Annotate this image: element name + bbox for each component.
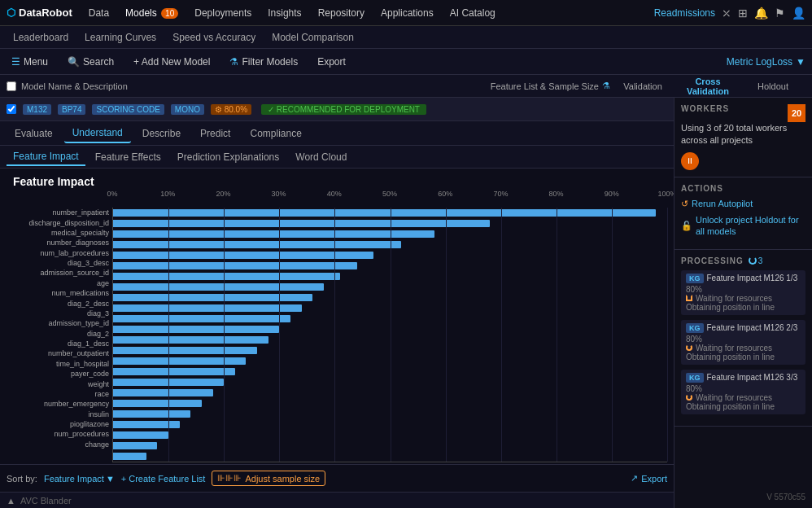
- x-tick-top-7: 70%: [493, 190, 508, 198]
- nav-applications[interactable]: Applications: [374, 4, 440, 22]
- proc-status-3b: Obtaining position in line: [686, 402, 801, 411]
- export-icon: ↗: [631, 473, 638, 484]
- tab-describe[interactable]: Describe: [134, 125, 189, 142]
- tab-compliance[interactable]: Compliance: [242, 125, 309, 142]
- nav-data[interactable]: Data: [82, 4, 116, 22]
- model-badge-scoring: SCORING CODE: [92, 104, 164, 115]
- feature-label-15: time_in_hospital: [7, 359, 112, 369]
- tab-predict[interactable]: Predict: [192, 125, 238, 142]
- x-axis-bottom: 0%10%20%30%40%50%60%70%80%90%100% Effect: [112, 462, 667, 464]
- feature-label-6: admission_source_id: [7, 268, 112, 278]
- feature-label-19: number_emergency: [7, 399, 112, 409]
- grid-line-6: [446, 208, 447, 462]
- toolbar: ☰ Menu 🔍 Search + Add New Model ⚗ Filter…: [0, 49, 812, 75]
- adjust-sample-size-button[interactable]: ⊪⊪⊪ Adjust sample size: [212, 471, 325, 486]
- bar-20: [113, 421, 180, 427]
- bar-17: [113, 389, 213, 396]
- nav-repository[interactable]: Repository: [312, 4, 371, 22]
- x-tick-top-0: 0%: [107, 190, 117, 198]
- bar-12: [113, 336, 268, 343]
- export-button[interactable]: Export: [312, 54, 351, 70]
- x-tick-top-3: 30%: [272, 190, 286, 198]
- metric-selector[interactable]: Metric LogLoss ▼: [727, 56, 805, 68]
- proc-title-3: Feature Impact M126 3/3: [707, 373, 798, 382]
- menu-icon: ☰: [11, 56, 20, 68]
- feature-label-5: diag_3_desc: [7, 258, 112, 268]
- bar-21: [113, 431, 168, 438]
- rerun-autopilot-action[interactable]: ↺ Rerun Autopilot: [681, 198, 805, 209]
- grid-line-4: [334, 208, 335, 462]
- x-tick-top-6: 60%: [438, 190, 452, 198]
- proc-status-1a: Waiting for resources: [696, 294, 772, 303]
- chart-export-button[interactable]: ↗ Export: [631, 473, 667, 484]
- grid-icon[interactable]: ⊞: [738, 7, 748, 20]
- nav-models[interactable]: Models 10: [119, 4, 185, 22]
- grid-line-9: [612, 208, 613, 462]
- feature-label-16: payer_code: [7, 369, 112, 379]
- feature-label-14: number_outpatient: [7, 348, 112, 358]
- create-feature-list-button[interactable]: + Create Feature List: [121, 474, 206, 484]
- subtab-feature-effects[interactable]: Feature Effects: [89, 149, 168, 165]
- bar-1: [113, 220, 490, 226]
- feature-label-4: num_lab_procedures: [7, 248, 112, 258]
- feature-label-8: num_medications: [7, 288, 112, 298]
- chart-title: Feature Impact: [0, 169, 674, 191]
- subnav-learning-curves[interactable]: Learning Curves: [78, 28, 163, 46]
- nav-deployments[interactable]: Deployments: [188, 4, 258, 22]
- tab-evaluate[interactable]: Evaluate: [7, 125, 61, 142]
- expand-icon[interactable]: ▲: [7, 496, 15, 506]
- nav-project-link[interactable]: Readmissions: [654, 7, 715, 19]
- app-container: ⬡ DataRobot Data Models 10 Deployments I…: [0, 0, 812, 508]
- subnav-model-comparison[interactable]: Model Comparison: [265, 28, 360, 46]
- grid-line-1: [168, 208, 169, 462]
- bell-icon[interactable]: 🔔: [754, 7, 768, 20]
- feature-impact-chart-area: Feature Impact number_inpatientdischarge…: [0, 169, 674, 464]
- model-tabs: Evaluate Understand Describe Predict Com…: [0, 121, 674, 146]
- chevron-down-icon: ▼: [796, 56, 805, 68]
- select-all-checkbox[interactable]: [7, 81, 16, 91]
- sort-feature-impact[interactable]: Feature Impact ▼: [44, 474, 115, 484]
- feature-label-3: number_diagnoses: [7, 238, 112, 247]
- subtab-feature-impact[interactable]: Feature Impact: [7, 148, 85, 166]
- x-tick-top-2: 20%: [216, 190, 230, 198]
- feature-label-0: number_inpatient: [7, 208, 112, 217]
- bottom-bar: Sort by: Feature Impact ▼ + Create Featu…: [0, 464, 674, 492]
- flag-icon[interactable]: ⚑: [775, 7, 785, 20]
- proc-status-2b: Obtaining position in line: [686, 353, 801, 361]
- share-icon[interactable]: ⤫: [722, 7, 731, 20]
- logo-text: DataRobot: [19, 7, 72, 19]
- models-badge: 10: [161, 8, 178, 19]
- bar-6: [113, 273, 340, 279]
- subnav-leaderboard[interactable]: Leaderboard: [7, 28, 75, 46]
- model-checkbox[interactable]: [7, 104, 16, 114]
- feature-labels: number_inpatientdischarge_disposition_id…: [7, 191, 112, 464]
- workers-count: 20: [788, 104, 805, 122]
- col-model-name: Model Name & Description: [7, 81, 491, 91]
- tab-understand[interactable]: Understand: [64, 124, 131, 143]
- nav-insights[interactable]: Insights: [261, 4, 308, 22]
- nav-ai-catalog[interactable]: AI Catalog: [443, 4, 502, 22]
- subtab-prediction-explanations[interactable]: Prediction Explanations: [171, 149, 286, 165]
- subtab-word-cloud[interactable]: Word Cloud: [289, 149, 353, 165]
- user-icon[interactable]: 👤: [792, 7, 805, 20]
- bar-14: [113, 357, 246, 364]
- processing-item-3: KG Feature Impact M126 3/3 80% Waiting f…: [681, 370, 805, 414]
- bar-11: [113, 326, 279, 332]
- menu-button[interactable]: ☰ Menu: [7, 54, 53, 70]
- unlock-holdout-action[interactable]: 🔓 Unlock project Holdout for all models: [681, 214, 805, 238]
- filter-button[interactable]: ⚗ Filter Models: [225, 54, 303, 70]
- bar-10: [113, 315, 290, 322]
- subnav-speed-accuracy[interactable]: Speed vs Accuracy: [166, 28, 262, 46]
- left-content: M132 BP74 SCORING CODE MONO ⚙ 80.0% ✓ RE…: [0, 98, 674, 508]
- proc-status-3a: Waiting for resources: [696, 393, 772, 402]
- processing-item-2: KG Feature Impact M126 2/3 80% Waiting f…: [681, 320, 805, 365]
- model-badge-m132: M132: [23, 104, 51, 115]
- col-holdout: Holdout: [740, 81, 805, 91]
- feature-label-7: age: [7, 278, 112, 288]
- add-model-button[interactable]: + Add New Model: [129, 54, 215, 70]
- search-button[interactable]: 🔍 Search: [63, 54, 119, 70]
- grid-line-2: [224, 208, 225, 462]
- pause-button[interactable]: ⏸: [681, 152, 699, 170]
- bar-13: [113, 347, 257, 353]
- feature-label-2: medical_specialty: [7, 228, 112, 238]
